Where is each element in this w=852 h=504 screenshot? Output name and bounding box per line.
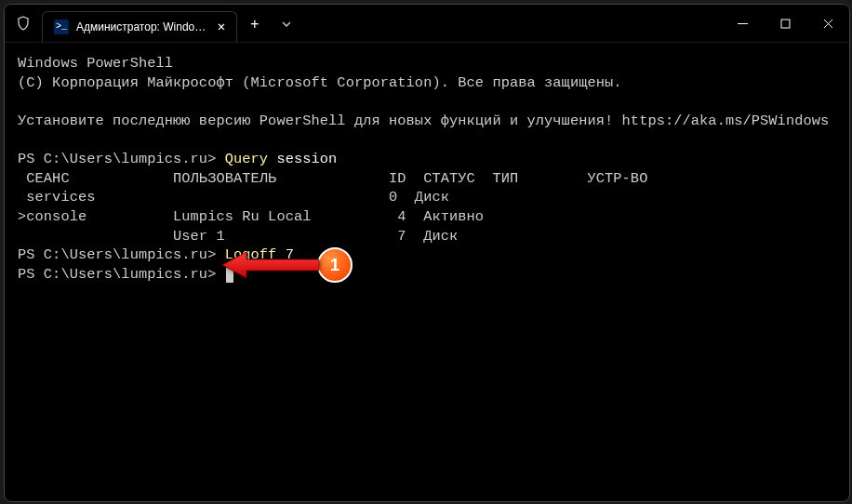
app-shield-icon xyxy=(5,16,42,31)
prompt: PS C:\Users\lumpics.ru> xyxy=(18,266,225,283)
close-icon[interactable]: ✕ xyxy=(214,19,229,34)
svg-rect-1 xyxy=(781,20,790,28)
new-tab-button[interactable]: + xyxy=(237,17,273,33)
tab-active[interactable]: >_ Администратор: Windows Po ✕ xyxy=(42,11,237,42)
tab-dropdown-icon[interactable] xyxy=(273,20,300,31)
command-arg: 7 xyxy=(276,246,294,263)
minimize-button[interactable] xyxy=(721,5,764,42)
command-arg: session xyxy=(268,151,337,167)
table-row: services 0 Диск xyxy=(18,189,449,206)
line: Windows PowerShell xyxy=(18,55,173,72)
powershell-icon: >_ xyxy=(54,20,69,34)
tab-title: Администратор: Windows Po xyxy=(76,20,206,33)
command: Logoff xyxy=(225,246,277,263)
table-header: СЕАНС ПОЛЬЗОВАТЕЛЬ ID СТАТУС ТИП УСТР-ВО xyxy=(18,170,647,187)
table-row: >console Lumpics Ru Local 4 Активно xyxy=(18,208,484,225)
table-row: User 1 7 Диск xyxy=(18,228,458,245)
terminal-output[interactable]: Windows PowerShell (С) Корпорация Майкро… xyxy=(5,43,849,296)
close-window-button[interactable] xyxy=(806,5,849,42)
maximize-button[interactable] xyxy=(764,5,806,42)
line: Установите последнюю версию PowerShell д… xyxy=(18,113,829,129)
terminal-window: >_ Администратор: Windows Po ✕ + Windows… xyxy=(4,4,850,502)
prompt: PS C:\Users\lumpics.ru> xyxy=(18,151,225,167)
command: Query xyxy=(225,151,268,167)
line: (С) Корпорация Майкрософт (Microsoft Cor… xyxy=(18,74,622,91)
window-controls xyxy=(721,5,849,42)
cursor xyxy=(226,268,233,283)
titlebar: >_ Администратор: Windows Po ✕ + xyxy=(5,5,849,43)
prompt: PS C:\Users\lumpics.ru> xyxy=(18,246,225,263)
